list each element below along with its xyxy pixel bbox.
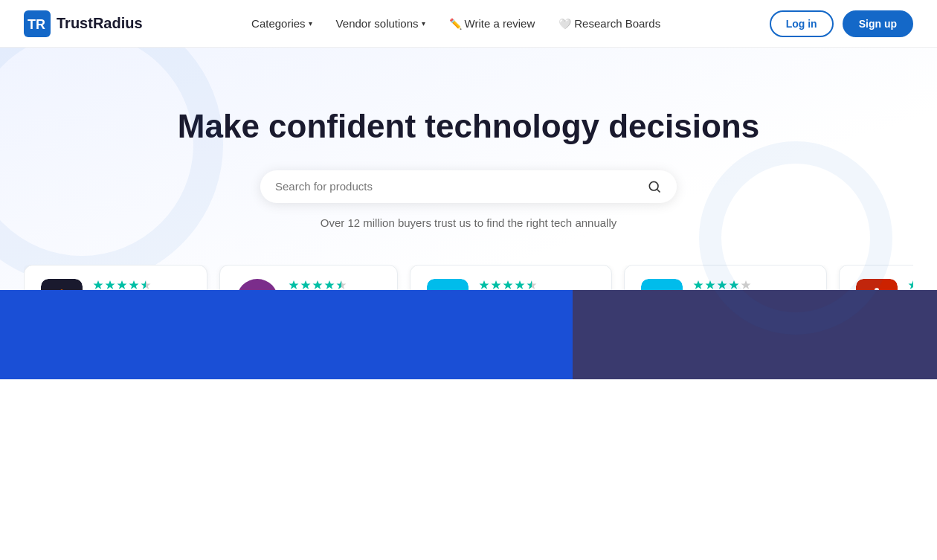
logo[interactable]: TR TrustRadius <box>24 10 143 37</box>
svg-marker-42 <box>908 280 913 289</box>
svg-marker-24 <box>479 280 489 289</box>
svg-marker-11 <box>141 280 151 289</box>
search-icon <box>647 179 662 194</box>
nav-categories[interactable]: Categories ▾ <box>251 17 312 30</box>
signup-button[interactable]: Sign up <box>843 10 913 37</box>
hero-section: Make confident technology decisions Over… <box>0 48 937 379</box>
nav-actions: Log in Sign up <box>770 10 913 37</box>
svg-marker-16 <box>312 280 322 289</box>
navbar: TR TrustRadius Categories ▾ Vendor solut… <box>0 0 937 48</box>
svg-marker-34 <box>694 280 703 289</box>
search-button[interactable] <box>647 179 662 194</box>
svg-marker-27 <box>515 280 524 289</box>
hero-title: Make confident technology decisions <box>0 107 937 147</box>
svg-marker-9 <box>117 280 127 289</box>
svg-marker-7 <box>94 280 103 289</box>
login-button[interactable]: Log in <box>770 10 834 37</box>
nav-research-boards[interactable]: 🤍 Research Boards <box>558 17 660 30</box>
nav-vendor-solutions[interactable]: Vendor solutions ▾ <box>336 17 425 30</box>
svg-point-2 <box>649 181 658 190</box>
svg-marker-10 <box>129 280 139 289</box>
hero-subtitle: Over 12 million buyers trust us to find … <box>0 216 937 229</box>
svg-marker-28 <box>527 280 536 289</box>
svg-marker-15 <box>300 280 310 289</box>
footer-dark-strip <box>573 290 937 379</box>
svg-marker-18 <box>336 280 346 289</box>
svg-line-3 <box>657 190 660 193</box>
svg-marker-38 <box>741 280 751 289</box>
svg-marker-25 <box>491 280 500 289</box>
svg-marker-8 <box>106 280 115 289</box>
svg-text:TR: TR <box>28 17 45 32</box>
svg-marker-35 <box>706 280 715 289</box>
logo-text: TrustRadius <box>57 15 143 32</box>
chevron-down-icon: ▾ <box>422 19 425 28</box>
svg-marker-37 <box>730 280 739 289</box>
svg-marker-36 <box>718 280 727 289</box>
nav-links: Categories ▾ Vendor solutions ▾ ✏️ Write… <box>251 17 660 30</box>
chevron-down-icon: ▾ <box>309 19 312 28</box>
pencil-icon: ✏️ <box>449 18 462 30</box>
search-input[interactable] <box>275 180 647 193</box>
nav-write-review[interactable]: ✏️ Write a review <box>449 17 535 30</box>
heart-icon: 🤍 <box>558 18 571 30</box>
svg-marker-26 <box>503 280 512 289</box>
svg-marker-14 <box>289 280 298 289</box>
footer-blue-strip <box>0 290 937 379</box>
logo-icon: TR <box>24 10 51 37</box>
search-bar <box>260 170 677 203</box>
svg-marker-17 <box>324 280 334 289</box>
